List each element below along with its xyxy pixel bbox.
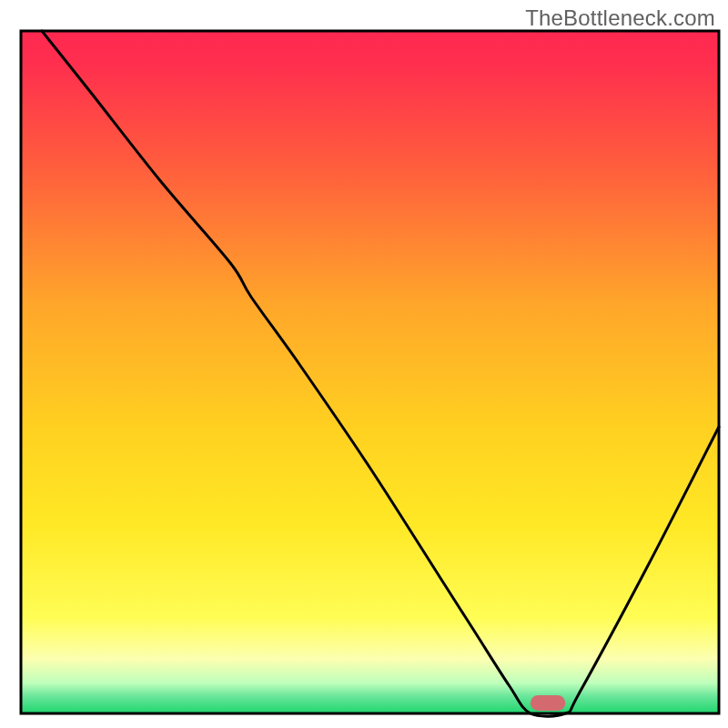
chart-container: TheBottleneck.com [0,0,728,728]
plot-background [21,31,719,713]
bottleneck-chart [0,0,728,728]
optimal-range-marker [531,695,565,711]
watermark-text: TheBottleneck.com [525,5,715,31]
